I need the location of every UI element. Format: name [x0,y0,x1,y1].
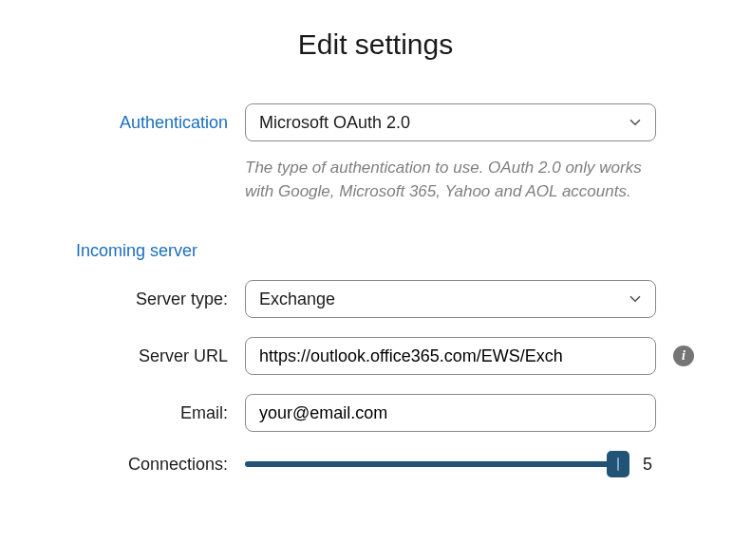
email-input[interactable] [245,394,656,432]
incoming-server-section-label: Incoming server [57,241,694,261]
connections-value: 5 [643,455,656,475]
authentication-label: Authentication [57,113,228,133]
slider-track [245,461,629,467]
page-title: Edit settings [57,28,694,61]
settings-form: Authentication Microsoft OAuth 2.0 The t… [57,103,694,477]
authentication-select[interactable]: Microsoft OAuth 2.0 [245,103,656,141]
server-url-label: Server URL [57,346,228,366]
server-type-select[interactable]: Exchange [245,280,656,318]
chevron-down-icon [627,290,644,308]
email-label: Email: [57,403,228,423]
server-url-input[interactable] [245,337,656,375]
server-type-selected-value: Exchange [259,289,335,309]
info-icon[interactable]: i [673,345,694,366]
chevron-down-icon [627,114,644,131]
server-type-label: Server type: [57,289,228,309]
connections-label: Connections: [57,455,228,475]
authentication-selected-value: Microsoft OAuth 2.0 [259,113,410,133]
authentication-help-text: The type of authentication to use. OAuth… [245,157,656,203]
connections-slider[interactable] [245,451,629,477]
connections-slider-cell: 5 [245,451,656,477]
slider-thumb[interactable] [607,451,629,477]
